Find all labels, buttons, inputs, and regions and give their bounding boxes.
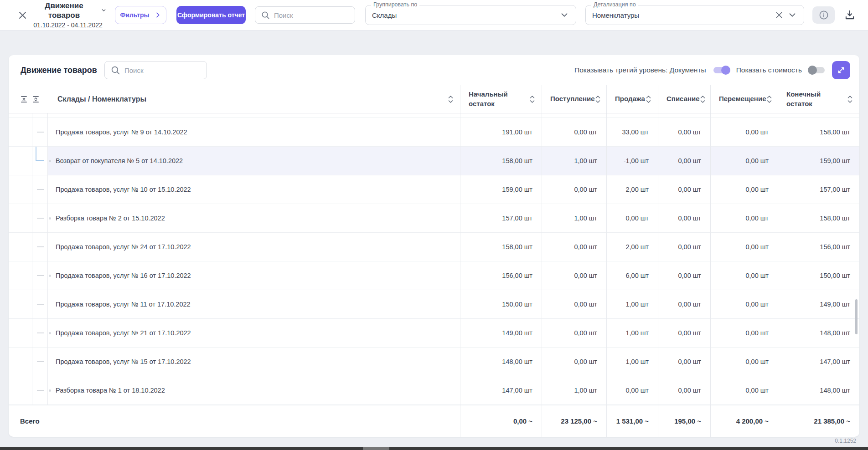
cell-start-balance: 147,00 шт — [460, 376, 542, 404]
group-by-select[interactable]: Группировать по Склады — [365, 5, 576, 25]
cell-transfer: 0,00 шт — [710, 233, 778, 261]
generate-report-button[interactable]: Сформировать отчет — [176, 6, 246, 24]
totals-start-balance: 0,00 ~ — [513, 417, 532, 425]
table-row[interactable]: Продажа товаров, услуг № 9 от 14.10.2022… — [9, 118, 859, 147]
column-separator — [658, 113, 658, 405]
filters-button-label: Фильтры — [120, 11, 149, 19]
table-row[interactable]: Разборка товара № 1 от 18.10.2022 147,00… — [9, 376, 859, 405]
tree-connector — [37, 275, 44, 276]
group-by-value: Склады — [372, 11, 397, 19]
expand-all-icon[interactable] — [32, 95, 40, 103]
table-row[interactable]: Продажа товаров, услуг № 16 от 17.10.202… — [9, 261, 859, 290]
document-name: Продажа товаров, услуг № 10 от 15.10.202… — [56, 186, 191, 193]
cell-start-balance: 148,00 шт — [460, 348, 542, 376]
cell-receipt: 0,00 шт — [542, 233, 606, 261]
show-cost-toggle[interactable] — [808, 65, 826, 75]
cell-start-balance: 150,00 шт — [460, 290, 542, 318]
chevron-down-icon[interactable] — [787, 10, 797, 20]
vertical-scrollbar-thumb[interactable] — [855, 299, 858, 334]
table-row[interactable]: Возврат от покупателя № 5 от 14.10.2022 … — [9, 147, 859, 175]
cell-transfer: 0,00 шт — [710, 319, 778, 347]
sort-icon[interactable] — [529, 94, 535, 104]
topbar-search-input[interactable] — [274, 11, 349, 19]
table-row[interactable]: Продажа товаров, услуг № 24 от 17.10.202… — [9, 233, 859, 261]
chevron-down-icon[interactable] — [559, 10, 569, 20]
search-icon — [110, 65, 121, 76]
tree-connector — [37, 132, 44, 133]
cell-writeoff: 0,00 шт — [658, 147, 710, 175]
sort-icon[interactable] — [766, 94, 772, 104]
expand-button[interactable] — [832, 61, 850, 79]
table-row[interactable]: Разборка товара № 2 от 15.10.2022 157,00… — [9, 204, 859, 233]
chevron-right-icon — [154, 11, 161, 19]
topbar: Движение товаров 01.10.2022 - 04.11.2022… — [0, 0, 868, 31]
table-header-row: Склады / Номенклатуры Начальный остаток … — [9, 85, 859, 113]
cell-end-balance: 158,00 шт — [778, 204, 859, 232]
tree-connector — [37, 246, 44, 247]
panel-title: Движение товаров — [21, 66, 97, 75]
column-header-writeoff: Списание — [666, 94, 700, 103]
column-separator — [542, 113, 542, 405]
cell-transfer: 0,00 шт — [710, 204, 778, 232]
cell-writeoff: 0,00 шт — [658, 175, 710, 204]
cell-transfer: 0,00 шт — [710, 118, 778, 146]
detail-by-value: Номенклатуры — [592, 11, 639, 19]
document-name: Возврат от покупателя № 5 от 14.10.2022 — [56, 157, 183, 164]
cell-receipt: 1,00 шт — [542, 147, 606, 175]
close-button[interactable] — [16, 8, 29, 22]
cell-transfer: 0,00 шт — [710, 348, 778, 376]
cell-start-balance: 157,00 шт — [460, 204, 542, 232]
sort-icon[interactable] — [700, 94, 706, 104]
cell-sale: 0,00 шт — [606, 204, 658, 232]
info-button[interactable] — [812, 6, 835, 24]
date-range: 01.10.2022 - 04.11.2022 — [29, 21, 107, 30]
cell-receipt: 1,00 шт — [542, 204, 606, 232]
cell-writeoff: 0,00 шт — [658, 261, 710, 290]
cell-end-balance: 147,00 шт — [778, 348, 859, 376]
table-row[interactable]: Продажа товаров, услуг № 10 от 15.10.202… — [9, 175, 859, 204]
tree-node-dot — [49, 332, 51, 334]
cell-end-balance: 148,00 шт — [778, 319, 859, 347]
table-row[interactable]: Продажа товаров, услуг № 15 от 17.10.202… — [9, 348, 859, 376]
info-icon — [818, 10, 829, 20]
detail-by-select[interactable]: Детализация по Номенклатуры — [585, 5, 804, 25]
bottom-scrollbar-thumb[interactable] — [363, 447, 389, 450]
cell-transfer: 0,00 шт — [710, 376, 778, 404]
table-row[interactable]: Продажа товаров, услуг № 21 от 17.10.202… — [9, 319, 859, 348]
report-title-block[interactable]: Движение товаров 01.10.2022 - 04.11.2022 — [29, 1, 107, 30]
tree-connector — [37, 304, 44, 305]
cell-writeoff: 0,00 шт — [658, 376, 710, 404]
tree-connector — [37, 332, 44, 333]
column-header-end-balance: Конечный остаток — [786, 90, 847, 108]
cell-start-balance: 191,00 шт — [460, 118, 542, 146]
cell-sale: 2,00 шт — [606, 175, 658, 204]
sort-icon[interactable] — [595, 94, 601, 104]
cell-start-balance: 158,00 шт — [460, 233, 542, 261]
download-icon — [844, 9, 856, 21]
report-card: Движение товаров Показывать третий урове… — [9, 55, 859, 437]
sort-icon[interactable] — [646, 94, 651, 104]
group-by-label: Группировать по — [371, 1, 419, 8]
cell-writeoff: 0,00 шт — [658, 348, 710, 376]
document-name: Продажа товаров, услуг № 16 от 17.10.202… — [56, 272, 191, 279]
collapse-all-icon[interactable] — [20, 95, 28, 103]
sort-icon[interactable] — [847, 94, 853, 104]
cell-end-balance: 156,00 шт — [778, 233, 859, 261]
panel-search-input[interactable] — [124, 66, 201, 74]
totals-transfer: 4 200,00 ~ — [736, 417, 769, 425]
cell-start-balance: 156,00 шт — [460, 261, 542, 290]
bottom-bar — [0, 447, 868, 450]
clear-icon[interactable] — [775, 11, 783, 19]
filters-button[interactable]: Фильтры — [115, 6, 166, 24]
third-level-toggle[interactable] — [712, 65, 730, 75]
search-icon — [261, 10, 270, 20]
table-row[interactable]: Продажа товаров, услуг № 11 от 17.10.202… — [9, 290, 859, 319]
cell-end-balance: 150,00 шт — [778, 261, 859, 290]
download-button[interactable] — [843, 8, 857, 22]
column-header-sale: Продажа — [615, 94, 645, 103]
cell-writeoff: 0,00 шт — [658, 204, 710, 232]
column-header-transfer: Перемещение — [719, 94, 766, 103]
chevron-down-icon — [101, 7, 107, 13]
sort-icon[interactable] — [448, 94, 454, 104]
cell-receipt: 0,00 шт — [542, 261, 606, 290]
